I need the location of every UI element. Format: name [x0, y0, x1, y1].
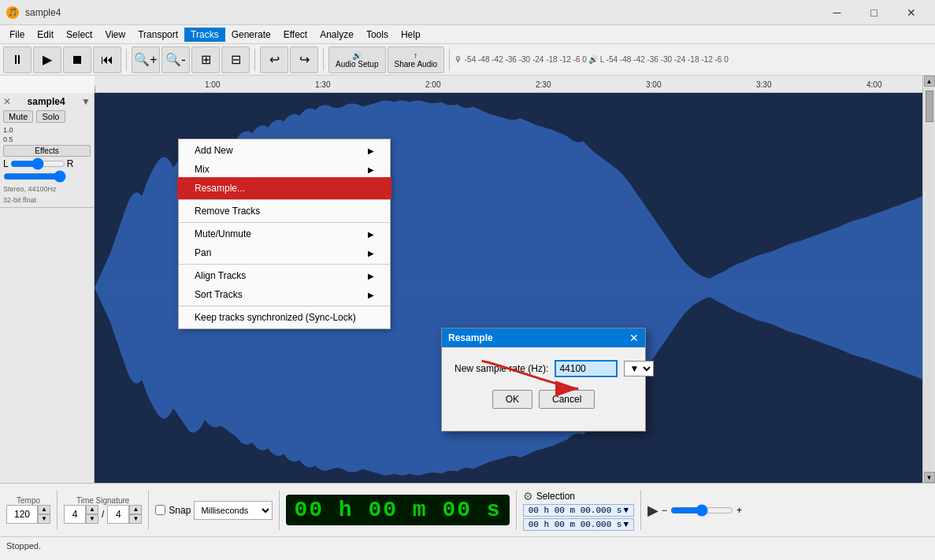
track-dropdown-button[interactable]: ▼	[81, 96, 91, 107]
mix-label: Mix	[195, 164, 210, 175]
add-new-arrow: ▶	[368, 146, 374, 155]
close-button[interactable]: ✕	[893, 0, 929, 25]
menu-effect[interactable]: Effect	[277, 28, 314, 42]
maximize-button[interactable]: □	[856, 0, 892, 25]
snap-checkbox[interactable]	[155, 505, 165, 515]
vscroll-thumb[interactable]	[926, 91, 933, 122]
audio-setup-button[interactable]: 🔊 Audio Setup	[328, 46, 386, 73]
tempo-up-button[interactable]: ▲	[38, 505, 50, 514]
tracks-menu-mute-unmute[interactable]: Mute/Unmute ▶	[179, 224, 390, 243]
playback-minus-icon: −	[662, 505, 667, 516]
menu-view[interactable]: View	[98, 28, 132, 42]
undo-button[interactable]: ↩	[260, 46, 288, 73]
share-audio-button[interactable]: ↑ Share Audio	[388, 46, 445, 73]
menu-tools[interactable]: Tools	[360, 28, 395, 42]
playback-volume-slider[interactable]	[670, 504, 733, 517]
dialog-cancel-button[interactable]: Cancel	[539, 390, 595, 409]
tracks-menu-sync-lock[interactable]: Keep tracks synchronized (Sync-Lock)	[179, 308, 390, 327]
track-info-stereo: Stereo, 44100Hz	[3, 185, 91, 193]
track-name: sample4	[28, 96, 65, 107]
redo-button[interactable]: ↪	[290, 46, 318, 73]
zoom-reset-button[interactable]: ⊟	[221, 46, 250, 73]
selection-end-dropdown[interactable]: ▼	[623, 520, 629, 529]
pause-button[interactable]: ⏸	[3, 46, 32, 73]
selection-start-dropdown[interactable]: ▼	[623, 506, 629, 515]
track-info-bit: 32-bit float	[3, 196, 91, 204]
time-sig-den-up[interactable]: ▲	[129, 505, 142, 514]
ruler-mark-130: 1:30	[315, 80, 330, 89]
menu-analyze[interactable]: Analyze	[314, 28, 360, 42]
playback-meter-group: 🔊 L -54 -48 -42 -36 -30 -24 -18 -12 -6 0	[588, 55, 729, 64]
minimize-button[interactable]: ─	[819, 0, 855, 25]
volume-slider[interactable]	[3, 171, 66, 182]
tracks-menu-align[interactable]: Align Tracks ▶	[179, 266, 390, 285]
zoom-fit-button[interactable]: ⊞	[191, 46, 220, 73]
time-sig-num-stepper: ▲ ▼	[86, 505, 98, 524]
ruler-mark-200: 2:00	[425, 80, 440, 89]
tempo-down-button[interactable]: ▼	[38, 514, 50, 524]
time-sig-numerator[interactable]	[64, 505, 86, 524]
pan-slider[interactable]	[10, 158, 65, 169]
scroll-up-button[interactable]: ▲	[924, 76, 935, 87]
selection-header: ⚙ Selection	[523, 490, 575, 503]
zoom-in-button[interactable]: 🔍+	[132, 46, 160, 73]
tempo-stepper: ▲ ▼	[38, 505, 50, 524]
sample-rate-dropdown[interactable]: ▼	[624, 361, 654, 376]
mute-button[interactable]: Mute	[3, 110, 33, 123]
zoom-out-button[interactable]: 🔍-	[161, 46, 190, 73]
bottom-sep-1	[57, 491, 58, 530]
tracks-menu-pan[interactable]: Pan ▶	[179, 243, 390, 262]
sort-tracks-arrow: ▶	[368, 291, 374, 299]
menu-tracks[interactable]: Tracks	[184, 28, 225, 42]
sample-rate-input[interactable]	[555, 360, 618, 377]
menu-select[interactable]: Select	[60, 28, 98, 42]
dialog-ok-button[interactable]: OK	[492, 390, 532, 409]
titlebar-left: 🎵 sample4	[6, 6, 61, 19]
tracks-menu-add-new[interactable]: Add New ▶	[179, 141, 390, 160]
tracks-menu-sort[interactable]: Sort Tracks ▶	[179, 285, 390, 304]
dialog-close-button[interactable]: ✕	[629, 332, 639, 344]
time-sig-num-group: ▲ ▼	[64, 505, 98, 524]
selection-start-value: 00 h 00 m 00.000 s	[529, 506, 622, 515]
time-sig-denominator[interactable]	[107, 505, 129, 524]
solo-button[interactable]: Solo	[36, 110, 65, 123]
stop-button[interactable]: ⏹	[63, 46, 91, 73]
tracks-menu-resample[interactable]: Resample...	[179, 179, 390, 198]
remove-tracks-label: Remove Tracks	[195, 206, 260, 217]
zoom-toolbar-group: 🔍+ 🔍- ⊞ ⊟	[132, 46, 250, 73]
tracks-menu-sep-1	[179, 199, 390, 200]
gear-icon[interactable]: ⚙	[523, 490, 533, 503]
align-tracks-label: Align Tracks	[195, 270, 246, 281]
dialog-sample-rate-row: New sample rate (Hz): ▼	[455, 360, 633, 377]
mute-unmute-label: Mute/Unmute	[195, 228, 251, 239]
share-icon: ↑	[414, 51, 417, 60]
time-sig-num-down[interactable]: ▼	[86, 514, 98, 524]
close-track-button[interactable]: ✕	[3, 96, 11, 107]
menu-generate[interactable]: Generate	[225, 28, 277, 42]
time-sig-den-stepper: ▲ ▼	[129, 505, 142, 524]
scroll-down-button[interactable]: ▼	[924, 472, 935, 483]
tracks-menu-remove[interactable]: Remove Tracks	[179, 202, 390, 221]
time-sig-num-up[interactable]: ▲	[86, 505, 98, 514]
ruler-mark-330: 3:30	[756, 80, 771, 89]
effects-button[interactable]: Effects	[3, 145, 91, 157]
skip-start-button[interactable]: ⏮	[93, 46, 121, 73]
selection-section: ⚙ Selection 00 h 00 m 00.000 s ▼ 00 h 00…	[523, 490, 634, 531]
time-display: 00 h 00 m 00 s	[286, 495, 509, 525]
milliseconds-select[interactable]: Milliseconds	[194, 501, 273, 520]
menu-help[interactable]: Help	[395, 28, 427, 42]
vertical-scrollbar: ▲ ▼	[922, 76, 935, 483]
time-sig-den-down[interactable]: ▼	[129, 514, 142, 524]
add-new-label: Add New	[195, 145, 233, 156]
bottom-play-button[interactable]: ▶	[647, 502, 659, 519]
pan-label: Pan	[195, 247, 211, 258]
menu-transport[interactable]: Transport	[132, 28, 184, 42]
snap-section: Snap Milliseconds	[155, 501, 273, 520]
menu-edit[interactable]: Edit	[31, 28, 60, 42]
menu-file[interactable]: File	[3, 28, 31, 42]
play-button[interactable]: ▶	[33, 46, 61, 73]
tempo-input[interactable]	[6, 505, 38, 524]
undo-toolbar-group: ↩ ↪	[260, 46, 318, 73]
selection-label: Selection	[536, 491, 575, 502]
tracks-menu-mix[interactable]: Mix ▶	[179, 160, 390, 179]
